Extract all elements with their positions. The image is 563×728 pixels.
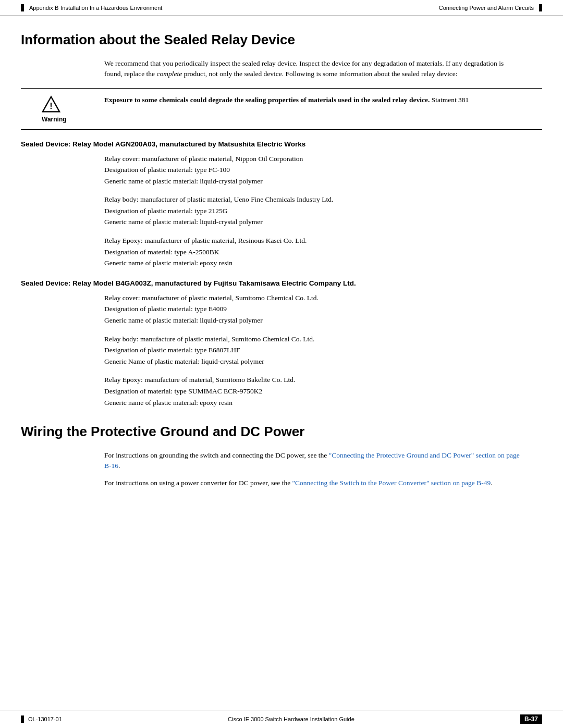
device2-group3-line2: Designation of material: type SUMIMAC EC… bbox=[104, 386, 521, 397]
footer-guide-title: Cisco IE 3000 Switch Hardware Installati… bbox=[228, 716, 354, 722]
device1-group3: Relay Epoxy: manufacturer of plastic mat… bbox=[104, 235, 521, 269]
device1-group2-line2: Designation of plastic material: type 21… bbox=[104, 205, 521, 217]
header-left-indicator bbox=[21, 4, 24, 11]
header-left: Appendix B Installation In a Hazardous E… bbox=[21, 4, 162, 11]
section2-para2-suffix: . bbox=[491, 479, 492, 487]
section2-para1-suffix: . bbox=[118, 462, 120, 470]
section2-content-block: For instructions on grounding the switch… bbox=[104, 450, 521, 488]
device2-group3-line3: Generic name of plastic material: epoxy … bbox=[104, 397, 521, 409]
device2-group1-line3: Generic name of plastic material: liquid… bbox=[104, 315, 521, 326]
footer-doc-number: OL-13017-01 bbox=[28, 716, 62, 722]
device1-group1-line3: Generic name of plastic material: liquid… bbox=[104, 176, 521, 187]
device2-heading: Sealed Device: Relay Model B4GA003Z, man… bbox=[21, 279, 542, 287]
footer-page-badge: B-37 bbox=[520, 714, 542, 724]
footer-left-indicator bbox=[21, 715, 24, 723]
section2-para2-prefix: For instructions on using a power conver… bbox=[104, 479, 292, 487]
device2-group1: Relay cover: manufacturer of plastic mat… bbox=[104, 292, 521, 326]
section1-title: Information about the Sealed Relay Devic… bbox=[21, 32, 542, 48]
device2-group2: Relay body: manufacture of plastic mater… bbox=[104, 334, 521, 367]
section2-para1: For instructions on grounding the switch… bbox=[104, 450, 521, 472]
svg-text:!: ! bbox=[50, 101, 52, 110]
device2-group3-line1: Relay Epoxy: manufacture of material, Su… bbox=[104, 374, 521, 386]
header-appendix-label: Appendix B bbox=[29, 5, 58, 11]
footer-center: Cisco IE 3000 Switch Hardware Installati… bbox=[228, 716, 354, 722]
warning-bold-text: Exposure to some chemicals could degrade… bbox=[104, 96, 430, 104]
header-right-indicator bbox=[539, 4, 542, 11]
section2-para1-prefix: For instructions on grounding the switch… bbox=[104, 451, 329, 459]
header-right: Connecting Power and Alarm Circuits bbox=[439, 4, 542, 11]
page-container: Appendix B Installation In a Hazardous E… bbox=[0, 0, 563, 728]
footer-bar: OL-13017-01 Cisco IE 3000 Switch Hardwar… bbox=[0, 710, 563, 728]
warning-triangle-icon: ! bbox=[42, 95, 60, 114]
device2-group2-line3: Generic Name of plastic material: liquid… bbox=[104, 356, 521, 367]
device2-group1-line2: Designation of plastic material: type E4… bbox=[104, 303, 521, 315]
device2-info: Relay cover: manufacturer of plastic mat… bbox=[104, 292, 521, 408]
warning-icon-area: ! Warning bbox=[21, 95, 104, 123]
section2-para2-link[interactable]: "Connecting the Switch to the Power Conv… bbox=[292, 479, 491, 487]
device1-group2: Relay body: manufacturer of plastic mate… bbox=[104, 194, 521, 228]
device1-info: Relay cover: manufacturer of plastic mat… bbox=[104, 153, 521, 269]
device1-group1-line1: Relay cover: manufacturer of plastic mat… bbox=[104, 153, 521, 165]
device1-group3-line1: Relay Epoxy: manufacturer of plastic mat… bbox=[104, 235, 521, 246]
footer-left: OL-13017-01 bbox=[21, 715, 62, 723]
device1-heading: Sealed Device: Relay Model AGN200A03, ma… bbox=[21, 140, 542, 148]
warning-label: Warning bbox=[42, 116, 67, 123]
device2-group3: Relay Epoxy: manufacture of material, Su… bbox=[104, 374, 521, 408]
section1-intro-text: We recommend that you periodically inspe… bbox=[104, 58, 521, 80]
device2-group2-line2: Designation of plastic material: type E6… bbox=[104, 344, 521, 356]
italic-complete: complete bbox=[156, 70, 182, 78]
footer-right: B-37 bbox=[520, 714, 542, 724]
main-content: Information about the Sealed Relay Devic… bbox=[0, 16, 563, 528]
warning-box: ! Warning Exposure to some chemicals cou… bbox=[21, 88, 542, 130]
section2-para2: For instructions on using a power conver… bbox=[104, 478, 521, 488]
device1-group2-line1: Relay body: manufacturer of plastic mate… bbox=[104, 194, 521, 205]
header-bar: Appendix B Installation In a Hazardous E… bbox=[0, 0, 563, 16]
device1-group2-line3: Generic name of plastic material: liquid… bbox=[104, 216, 521, 228]
device1-group3-line3: Generic name of plastic material: epoxy … bbox=[104, 257, 521, 269]
section2-title: Wiring the Protective Ground and DC Powe… bbox=[21, 424, 542, 440]
device1-group1-line2: Designation of plastic material: type FC… bbox=[104, 164, 521, 176]
header-section-title: Connecting Power and Alarm Circuits bbox=[439, 5, 534, 11]
device2-group1-line1: Relay cover: manufacturer of plastic mat… bbox=[104, 292, 521, 304]
device1-group1: Relay cover: manufacturer of plastic mat… bbox=[104, 153, 521, 187]
warning-text: Exposure to some chemicals could degrade… bbox=[104, 95, 542, 105]
warning-suffix: Statment 381 bbox=[430, 96, 469, 104]
device2-group2-line1: Relay body: manufacture of plastic mater… bbox=[104, 334, 521, 345]
section1-intro-block: We recommend that you periodically inspe… bbox=[104, 58, 521, 80]
device1-group3-line2: Designation of material: type A-2500BK bbox=[104, 246, 521, 258]
header-chapter-title: Installation In a Hazardous Environment bbox=[60, 5, 162, 11]
